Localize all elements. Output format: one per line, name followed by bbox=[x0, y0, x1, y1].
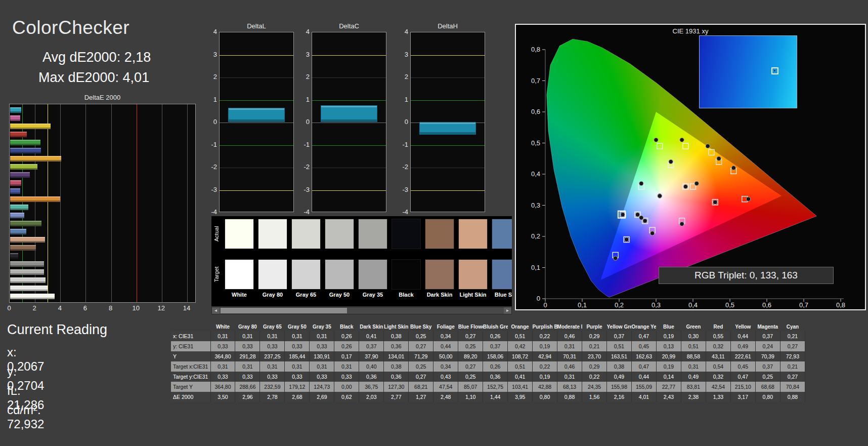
grid-line bbox=[411, 55, 485, 56]
table-cell: 0,31 bbox=[260, 361, 285, 372]
patch-label: Gray 35 bbox=[358, 292, 387, 298]
table-cell: 0,31 bbox=[334, 361, 359, 372]
table-cell: 50,00 bbox=[433, 351, 458, 361]
grid-line bbox=[85, 104, 86, 302]
table-cell: 222,61 bbox=[730, 351, 755, 361]
cie-measured-point bbox=[658, 194, 662, 198]
column-header: Green bbox=[681, 322, 706, 331]
table-cell: 0,38 bbox=[607, 361, 632, 372]
table-cell: 0,46 bbox=[557, 331, 582, 341]
color-patch-actual bbox=[392, 219, 421, 249]
column-header: Gray 35 bbox=[310, 322, 334, 331]
delta-e-bar bbox=[10, 253, 18, 259]
column-header: Magenta bbox=[755, 322, 780, 331]
color-patch-actual bbox=[425, 219, 454, 249]
table-cell: 0,33 bbox=[285, 372, 310, 382]
cie-measured-point bbox=[717, 156, 721, 160]
y-tick-label: -4 bbox=[295, 208, 310, 216]
deltae2000-x-axis: 02468101214 bbox=[0, 304, 218, 313]
table-cell: 0,22 bbox=[582, 372, 607, 382]
table-cell: 0,33 bbox=[310, 341, 334, 351]
cie-measured-point bbox=[635, 213, 639, 217]
delta-e-bar bbox=[10, 115, 20, 121]
patch-label: Gray 50 bbox=[325, 292, 354, 298]
y-tick-label: 2 bbox=[394, 73, 408, 80]
table-cell: 0,22 bbox=[533, 361, 557, 372]
table-cell: 2,78 bbox=[260, 392, 285, 402]
column-header: Moderate Red bbox=[557, 322, 582, 331]
delta-e-bar bbox=[10, 221, 41, 226]
table-cell: 0,49 bbox=[607, 372, 632, 382]
cie-measured-point bbox=[746, 197, 750, 201]
table-cell: 2,38 bbox=[681, 392, 706, 402]
table-cell: 0,31 bbox=[310, 331, 334, 341]
column-header: Purplish Blue bbox=[533, 322, 557, 331]
color-patch-actual bbox=[358, 219, 387, 249]
column-header: Blue bbox=[656, 322, 681, 331]
color-patch-target bbox=[225, 259, 254, 290]
delta-e-bar bbox=[10, 277, 46, 283]
table-cell: 0,29 bbox=[582, 331, 607, 341]
table-cell: 0,33 bbox=[210, 372, 235, 382]
empty-header-cell bbox=[171, 322, 210, 331]
color-patch-actual bbox=[325, 219, 354, 249]
y-tick-label: 3 bbox=[203, 51, 217, 58]
y-tick-label: -2 bbox=[394, 163, 408, 171]
table-row: Target Y364,80288,66232,59179,12124,730,… bbox=[171, 382, 805, 392]
column-header: Light Skin bbox=[384, 322, 409, 331]
cie-measured-point bbox=[621, 213, 625, 217]
table-cell: 0,38 bbox=[384, 361, 409, 372]
table-cell: 0,88 bbox=[780, 392, 805, 402]
grid-line bbox=[220, 190, 293, 191]
table-cell: 0,26 bbox=[483, 331, 508, 341]
delta-chart-title: DeltaH bbox=[410, 22, 485, 30]
table-cell: 103,41 bbox=[508, 382, 533, 392]
grid-line bbox=[411, 168, 485, 168]
delta-e-bar bbox=[10, 156, 61, 161]
cie-target-point bbox=[709, 149, 714, 155]
scrollbar-thumb[interactable] bbox=[221, 308, 347, 313]
table-cell: 0,25 bbox=[409, 361, 433, 372]
patch-strip-scrollbar[interactable]: ◄ ► bbox=[211, 307, 512, 314]
table-cell: 0,26 bbox=[334, 341, 359, 351]
table-cell: 0,19 bbox=[656, 361, 681, 372]
table-cell: 155,09 bbox=[631, 382, 656, 392]
color-patch-target bbox=[358, 259, 387, 290]
table-cell: 0,47 bbox=[631, 331, 656, 341]
table-cell: 1,33 bbox=[706, 392, 730, 402]
cie-zoom-inset bbox=[699, 35, 797, 108]
grid-line bbox=[60, 104, 61, 302]
table-cell: 2,48 bbox=[433, 392, 458, 402]
table-cell: 0,27 bbox=[458, 331, 483, 341]
table-cell: 0,31 bbox=[210, 361, 235, 372]
table-row: Target x:CIE310,310,310,310,310,310,310,… bbox=[171, 361, 805, 372]
table-cell: 4,01 bbox=[631, 392, 656, 402]
table-cell: 23,70 bbox=[582, 351, 607, 361]
table-cell: 0,27 bbox=[780, 372, 805, 382]
scroll-left-icon[interactable]: ◄ bbox=[212, 307, 220, 314]
rgb-triplet-readout: RGB Triplet: 0, 133, 163 bbox=[659, 267, 834, 284]
table-cell: 0,41 bbox=[508, 372, 533, 382]
table-cell: 0,29 bbox=[582, 361, 607, 372]
scroll-right-icon[interactable]: ► bbox=[504, 307, 511, 314]
table-row: Y364,80291,28237,25185,44130,910,1737,90… bbox=[171, 351, 805, 361]
y-tick-label: 4 bbox=[203, 28, 217, 35]
table-cell: 288,66 bbox=[235, 382, 260, 392]
table-cell: 158,06 bbox=[483, 351, 508, 361]
table-cell: 0,41 bbox=[359, 331, 384, 341]
delta-bar bbox=[228, 108, 285, 122]
column-header: Gray 50 bbox=[285, 322, 310, 331]
table-cell: 0,80 bbox=[755, 392, 780, 402]
color-patch-target bbox=[492, 259, 512, 290]
grid-line bbox=[187, 104, 188, 302]
cie-measured-point bbox=[680, 222, 684, 226]
table-cell: 3,17 bbox=[730, 392, 755, 402]
scrollbar-track[interactable] bbox=[220, 307, 504, 314]
table-cell: 0,00 bbox=[334, 382, 359, 392]
column-header: Red bbox=[706, 322, 730, 331]
table-cell: 0,45 bbox=[631, 341, 656, 351]
table-cell: 0,31 bbox=[260, 331, 285, 341]
page-title: ColorChecker bbox=[12, 17, 129, 38]
table-cell: 127,30 bbox=[384, 382, 409, 392]
row-label: ΔE 2000 bbox=[171, 392, 210, 402]
